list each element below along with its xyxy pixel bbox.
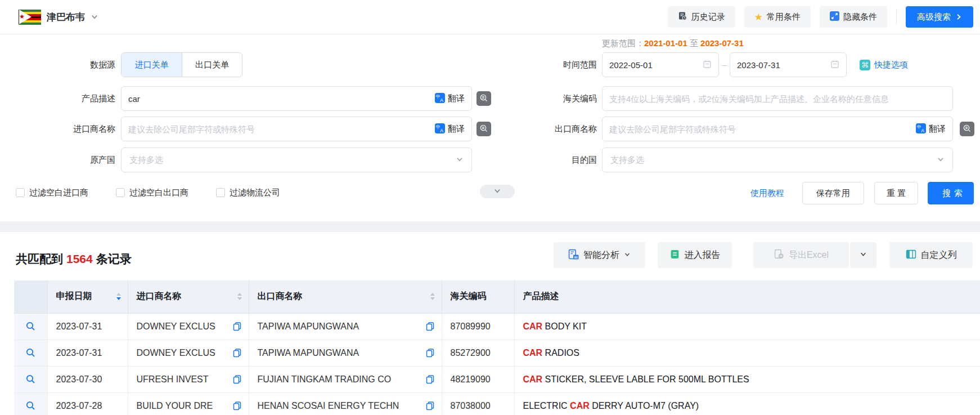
desc-highlight: CAR	[570, 401, 590, 410]
cell-importer: DOWNEY EXCLUS	[128, 340, 249, 366]
sort-importer-control[interactable]	[237, 293, 242, 300]
chevron-down-icon	[860, 250, 867, 260]
copy-button[interactable]	[425, 374, 435, 384]
checkbox-icon	[116, 188, 125, 197]
copy-button[interactable]	[232, 348, 242, 358]
magnifier-icon	[25, 374, 36, 385]
desc-highlight: CAR	[523, 374, 543, 384]
origin-country-select[interactable]: 支持多选	[121, 148, 472, 172]
date-from-field[interactable]	[602, 52, 719, 77]
product-desc-field[interactable]: 中A 翻译	[121, 86, 472, 111]
view-detail-button[interactable]	[25, 321, 36, 332]
topbar-actions: 历史记录 ★ 常用条件 隐藏条件 高级搜索	[668, 6, 973, 28]
hs-code-input[interactable]	[609, 94, 946, 104]
view-detail-button[interactable]	[25, 347, 36, 358]
translate-label: 翻译	[929, 124, 946, 135]
sort-date-control[interactable]	[116, 293, 121, 300]
search-button[interactable]: 搜索	[928, 182, 974, 204]
view-detail-button[interactable]	[25, 400, 36, 411]
quick-options-link[interactable]: ⌘ 快捷选项	[860, 52, 908, 77]
filter-logistics-label: 过滤物流公司	[230, 188, 280, 198]
cell-product-desc: ELECTRIC CAR DERRY AUTO-M7 (GRAY)	[514, 392, 980, 415]
data-source-label: 数据源	[14, 52, 115, 77]
dest-country-placeholder: 支持多选	[610, 155, 937, 166]
tab-import-declarations[interactable]: 进口关单	[122, 53, 182, 77]
dest-country-select[interactable]: 支持多选	[602, 148, 953, 172]
product-desc-input[interactable]	[128, 94, 430, 104]
detail-column-header	[14, 280, 47, 313]
translate-button[interactable]: 中A 翻译	[435, 93, 465, 105]
filter-blank-importer-checkbox[interactable]: 过滤空白进口商	[16, 186, 88, 199]
copy-icon	[425, 401, 435, 410]
cell-product-desc: CAR RADIOS	[514, 340, 980, 366]
column-header-date-label: 申报日期	[56, 291, 92, 302]
date-from-input[interactable]	[609, 60, 698, 70]
exporter-name: HENAN SCOSAI ENERGY TECHN	[258, 401, 399, 411]
checkbox-icon	[216, 188, 225, 197]
star-icon: ★	[754, 12, 763, 22]
export-options-button[interactable]	[850, 242, 876, 268]
exporter-name: TAPIWA MAPUNGWANA	[258, 348, 359, 358]
column-header-exporter[interactable]: 出口商名称	[249, 280, 442, 313]
filter-logistics-checkbox[interactable]: 过滤物流公司	[216, 186, 280, 199]
chevron-down-icon	[91, 13, 98, 21]
date-to-field[interactable]	[730, 52, 847, 77]
translate-button[interactable]: 中A 翻译	[916, 123, 946, 135]
table-row: 2023-07-31 DOWNEY EXCLUS TAPIWA MAPUNGWA…	[14, 313, 980, 340]
reset-button[interactable]: 重 置	[874, 182, 918, 204]
copy-button[interactable]	[425, 348, 435, 358]
copy-icon	[232, 348, 242, 358]
importer-field[interactable]: 中A 翻译	[121, 117, 472, 141]
advanced-search-button[interactable]: 高级搜索	[906, 6, 973, 28]
filter-blank-exporter-checkbox[interactable]: 过滤空白出口商	[116, 186, 188, 199]
tab-export-declarations[interactable]: 出口关单	[182, 53, 242, 77]
export-excel-button[interactable]: 导出Excel	[753, 242, 849, 268]
favorites-button[interactable]: ★ 常用条件	[744, 6, 811, 28]
export-icon	[774, 249, 784, 262]
column-header-date[interactable]: 申报日期	[47, 280, 128, 313]
column-header-importer[interactable]: 进口商名称	[128, 280, 249, 313]
tutorial-link[interactable]: 使用教程	[750, 182, 784, 204]
sort-exporter-control[interactable]	[430, 293, 435, 300]
cell-product-desc: CAR STICKER, SLEEVE LABLE FOR 500ML BOTT…	[514, 366, 980, 392]
date-to-input[interactable]	[737, 60, 826, 70]
exporter-input[interactable]	[609, 124, 911, 134]
collapse-icon	[830, 11, 839, 23]
copy-icon	[232, 322, 242, 331]
hide-conditions-button[interactable]: 隐藏条件	[820, 6, 887, 28]
translate-button[interactable]: 中A 翻译	[435, 123, 465, 135]
custom-columns-label: 自定义列	[921, 249, 957, 261]
desc-highlight: CAR	[523, 322, 543, 331]
custom-columns-button[interactable]: 自定义列	[889, 242, 973, 268]
copy-button[interactable]	[232, 374, 242, 384]
enter-report-label: 进入报告	[685, 249, 721, 261]
history-button[interactable]: 历史记录	[668, 6, 735, 28]
hs-code-field[interactable]	[602, 86, 953, 111]
importer-input[interactable]	[128, 124, 430, 134]
fuzzy-search-toggle[interactable]	[476, 122, 491, 136]
copy-button[interactable]	[425, 322, 435, 331]
export-excel-label: 导出Excel	[789, 249, 829, 261]
save-favorite-button[interactable]: 保存常用	[802, 182, 864, 204]
copy-button[interactable]	[425, 401, 435, 410]
collapse-form-button[interactable]	[480, 185, 515, 198]
view-detail-button[interactable]	[25, 374, 36, 385]
update-range-to-word: 至	[690, 38, 698, 48]
desc-prefix: ELECTRIC	[523, 401, 570, 410]
country-selector[interactable]: ★ 津巴布韦	[19, 10, 98, 25]
copy-icon	[425, 348, 435, 358]
report-icon	[669, 249, 680, 262]
smart-analysis-button[interactable]: BI 智能分析	[554, 242, 645, 268]
enter-report-button[interactable]: 进入报告	[658, 242, 732, 268]
fuzzy-search-icon	[479, 93, 488, 104]
update-range: 更新范围：2021-01-01 至 2023-07-31	[602, 37, 744, 50]
fuzzy-search-toggle[interactable]	[476, 91, 491, 106]
divider	[896, 10, 897, 24]
copy-button[interactable]	[232, 401, 242, 410]
copy-button[interactable]	[232, 322, 242, 331]
fuzzy-search-toggle[interactable]	[960, 122, 974, 136]
exporter-field[interactable]: 中A 翻译	[602, 117, 953, 141]
exporter-name: FUJIAN TINGKAM TRADING CO	[258, 374, 392, 385]
svg-text:BI: BI	[574, 255, 578, 258]
chevron-down-icon	[493, 187, 501, 197]
